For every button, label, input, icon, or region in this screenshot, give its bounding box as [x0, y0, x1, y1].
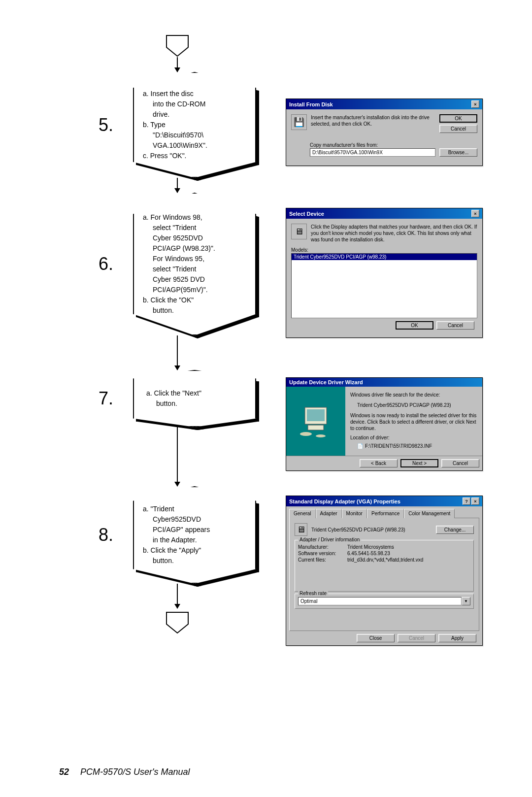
disk-icon: 💾 [291, 114, 307, 130]
dialog-title: Standard Display Adapter (VGA) Propertie… [289, 498, 400, 504]
refresh-rate-value: Optimal [298, 597, 462, 605]
dialog-message: Click the Display adapters that matches … [311, 224, 477, 243]
manual-title: PCM-9570/S User's Manual [80, 767, 190, 777]
close-button[interactable]: Close [357, 634, 395, 642]
step-number: 8. [99, 525, 128, 545]
close-icon[interactable]: × [471, 210, 479, 217]
cancel-button[interactable]: Cancel [436, 321, 474, 330]
cancel-button[interactable]: Cancel [439, 125, 477, 133]
refresh-rate-dropdown[interactable]: Optimal ▼ [298, 597, 470, 605]
list-item[interactable]: Trident Cyber9525DVD PCI/AGP (w98.23) [292, 254, 477, 260]
adapter-name: Trident Cyber9525DVD PCI/AGP (W98.23) [311, 527, 432, 533]
cancel-button: Cancel [398, 634, 435, 642]
display-properties-dialog: Standard Display Adapter (VGA) Propertie… [286, 496, 483, 646]
back-button[interactable]: < Back [360, 459, 398, 467]
device-name: Trident Cyber9525DVD PCI/AGP (W98.23) [357, 402, 477, 408]
close-icon[interactable]: × [471, 498, 479, 505]
location-label: Location of driver: [350, 434, 477, 441]
ok-button[interactable]: OK [396, 321, 433, 330]
chevron-down-icon[interactable]: ▼ [462, 597, 470, 605]
tab-monitor[interactable]: Monitor [342, 509, 367, 518]
files-label: Current files: [298, 557, 347, 563]
tab-performance[interactable]: Performance [367, 509, 404, 518]
apply-button[interactable]: Apply [438, 634, 476, 642]
install-from-disk-dialog: Install From Disk × 💾 Insert the manufac… [286, 99, 483, 166]
mfr-value: Trident Microsystems [347, 544, 394, 550]
step-number: 6. [99, 254, 128, 274]
adapter-info-group: Adapter / Driver information Manufacture… [295, 540, 474, 592]
page-number: 52 [59, 767, 69, 777]
step-8: 8. a. "Trident Cyber9525DVD PCI/AGP" app… [99, 486, 256, 584]
adapter-icon: 🖥 [295, 523, 307, 536]
driver-path: F:\TRIDENT\55\TRID9823.INF [365, 443, 432, 449]
models-label: Models: [291, 247, 477, 253]
wizard-text: Windows driver file search for the devic… [350, 392, 477, 398]
svg-point-5 [300, 432, 312, 436]
screenshots-column: Install From Disk × 💾 Insert the manufac… [286, 99, 483, 661]
tab-color-management[interactable]: Color Management [404, 509, 455, 518]
change-button[interactable]: Change... [436, 526, 474, 534]
group-label: Refresh rate [298, 591, 328, 596]
flow-line [177, 427, 178, 486]
step-number: 7. [99, 388, 128, 409]
dialog-title: Select Device [289, 211, 324, 217]
step-6-box: a. For Windows 98, select "Trident Cyber… [133, 193, 256, 335]
titlebar: Select Device × [286, 208, 482, 219]
svg-marker-1 [166, 612, 188, 633]
ok-button[interactable]: OK [439, 114, 477, 123]
step-7: 7. a. Click the "Next" button. [99, 370, 256, 427]
sw-label: Software version: [298, 551, 347, 556]
page-footer: 52 PCM-9570/S User's Manual [59, 767, 190, 777]
close-icon[interactable]: × [471, 100, 479, 108]
svg-marker-0 [166, 35, 188, 56]
step-5-box: a. Insert the disc into the CD-ROM drive… [133, 72, 256, 178]
connector-in-icon [163, 34, 192, 57]
manual-page: 5. a. Insert the disc into the CD-ROM dr… [0, 0, 532, 797]
wizard-graphic [286, 387, 345, 456]
display-icon: 🖥 [291, 224, 307, 239]
step-8-box: a. "Trident Cyber9525DVD PCI/AGP" appear… [133, 486, 256, 584]
path-input[interactable]: D:\Biscuit\9570\VGA.100\Win9X [310, 148, 435, 157]
files-value: trid_d3d.drv,*vdd,*vflatd,trident.vxd [347, 557, 423, 563]
titlebar: Update Device Driver Wizard [286, 378, 482, 387]
update-driver-wizard-dialog: Update Device Driver Wizard Windows driv… [286, 377, 483, 471]
step-number: 5. [99, 115, 128, 135]
step-5: 5. a. Insert the disc into the CD-ROM dr… [99, 72, 256, 178]
models-listbox[interactable]: Trident Cyber9525DVD PCI/AGP (w98.23) [291, 253, 477, 318]
group-label: Adapter / Driver information [298, 537, 361, 542]
dialog-message: Insert the manufacturer's installation d… [311, 114, 435, 127]
svg-rect-4 [308, 425, 324, 430]
tab-general[interactable]: General [289, 509, 316, 518]
connector-out-icon [163, 611, 192, 634]
flowchart-column: 5. a. Insert the disc into the CD-ROM dr… [99, 34, 256, 634]
mfr-label: Manufacturer: [298, 544, 347, 550]
svg-rect-3 [307, 409, 325, 421]
refresh-rate-group: Refresh rate Optimal ▼ [295, 594, 474, 609]
next-button[interactable]: Next > [400, 459, 438, 467]
titlebar: Install From Disk × [286, 99, 482, 109]
dialog-title: Update Device Driver Wizard [289, 379, 363, 385]
file-icon: 📄 [357, 443, 363, 449]
cancel-button[interactable]: Cancel [441, 459, 479, 467]
help-icon[interactable]: ? [463, 498, 470, 505]
tab-adapter[interactable]: Adapter [316, 509, 342, 518]
dialog-title: Install From Disk [289, 101, 333, 107]
titlebar: Standard Display Adapter (VGA) Propertie… [286, 496, 482, 506]
step-6: 6. a. For Windows 98, select "Trident Cy… [99, 193, 256, 335]
sw-value: 6.45.5441-55.98.23 [347, 551, 390, 556]
tabs: General Adapter Monitor Performance Colo… [289, 508, 479, 518]
flow-line [177, 335, 178, 370]
wizard-text: Windows is now ready to install the sele… [350, 412, 477, 432]
browse-button[interactable]: Browse... [439, 148, 477, 157]
copy-from-label: Copy manufacturer's files from: [310, 142, 477, 148]
step-7-box: a. Click the "Next" button. [133, 370, 256, 427]
svg-point-6 [316, 434, 326, 437]
select-device-dialog: Select Device × 🖥 Click the Display adap… [286, 208, 483, 338]
